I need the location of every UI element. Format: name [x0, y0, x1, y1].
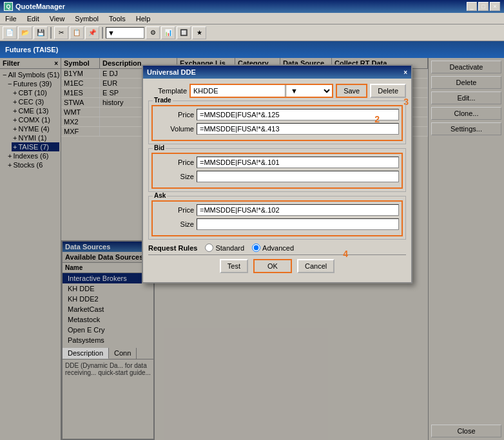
radio-advanced[interactable]: Advanced [252, 244, 294, 252]
toolbar: 📄 📂 💾 ✂ 📋 📌 ▼ ⚙ 📊 🔲 ★ [0, 24, 504, 41]
toolbar-dropdown[interactable]: ▼ [106, 27, 144, 39]
radio-standard-input[interactable] [205, 244, 213, 252]
app-icon: Q [4, 2, 13, 11]
cancel-button[interactable]: Cancel [297, 259, 334, 273]
bottom-buttons: 4 Test OK Cancel [148, 254, 406, 277]
radio-standard-label: Standard [215, 244, 244, 252]
bid-size-label: Size [155, 173, 194, 180]
toolbar-sep2 [102, 27, 103, 39]
ask-orange-box: Price Size [151, 200, 403, 236]
save-button[interactable]: Save [336, 84, 367, 98]
close-button[interactable]: × [490, 2, 500, 11]
bid-label: Bid [153, 144, 166, 151]
menu-file[interactable]: File [3, 14, 19, 23]
menu-edit[interactable]: Edit [24, 14, 42, 23]
app-title: QuoteManager [15, 3, 65, 10]
bid-price-label: Price [155, 158, 194, 166]
page-title: Futures (TAISE) [5, 46, 58, 53]
radio-advanced-label: Advanced [262, 244, 294, 252]
toolbar-new[interactable]: 📄 [3, 26, 17, 39]
bid-price-row: Price [155, 157, 399, 168]
delete-button-modal[interactable]: Delete [370, 84, 406, 98]
toolbar-open[interactable]: 📂 [18, 26, 32, 39]
ask-price-row: Price [155, 204, 399, 216]
modal-title-text: Universal DDE [147, 68, 196, 76]
bid-size-input[interactable] [197, 171, 399, 182]
modal-overlay: Universal DDE × Template ▼ Save Delete [0, 58, 504, 440]
toolbar-settings[interactable]: ⚙ [146, 26, 160, 39]
bid-price-input[interactable] [197, 157, 399, 168]
trade-price-input[interactable] [197, 109, 399, 120]
ask-price-label: Price [155, 206, 194, 214]
toolbar-chart[interactable]: 📊 [161, 26, 175, 39]
ask-price-input[interactable] [197, 204, 399, 216]
trade-volume-label: Volume [155, 125, 194, 133]
toolbar-save[interactable]: 💾 [34, 26, 48, 39]
menu-bar: File Edit View Symbol Tools Help [0, 13, 504, 24]
template-row: Template ▼ Save Delete [148, 84, 406, 98]
badge-2: 2 [374, 114, 380, 124]
toolbar-cut[interactable]: ✂ [54, 26, 68, 39]
radio-group: Standard Advanced [205, 244, 294, 252]
toolbar-paste[interactable]: 📌 [85, 26, 99, 39]
radio-standard[interactable]: Standard [205, 244, 244, 252]
maximize-button[interactable]: □ [478, 2, 489, 11]
modal-body: Template ▼ Save Delete 3 Trad [143, 79, 411, 282]
badge-4: 4 [343, 249, 348, 259]
toolbar-copy[interactable]: 📋 [70, 26, 84, 39]
ok-button[interactable]: OK [253, 259, 292, 273]
radio-advanced-input[interactable] [252, 244, 260, 252]
trade-price-row: Price [155, 109, 399, 120]
trade-label: Trade [153, 97, 173, 104]
trade-orange-box: Price Volume [151, 105, 403, 141]
bid-section: Bid Price Size [148, 148, 406, 192]
trade-volume-row: Volume [155, 123, 399, 135]
ask-size-label: Size [155, 220, 194, 228]
page-title-bar: Futures (TAISE) [0, 41, 504, 58]
toolbar-sep1 [50, 27, 52, 39]
menu-help[interactable]: Help [133, 14, 153, 23]
toolbar-data[interactable]: 🔲 [177, 26, 191, 39]
template-input[interactable] [191, 85, 286, 97]
template-dropdown[interactable]: ▼ [287, 85, 332, 97]
ask-size-input[interactable] [197, 218, 399, 230]
ask-section: Ask Price Size [148, 196, 406, 240]
bid-size-row: Size [155, 171, 399, 182]
modal-title-bar: Universal DDE × [143, 66, 411, 79]
test-button[interactable]: Test [220, 259, 248, 273]
ask-label: Ask [153, 192, 167, 199]
modal-universal-dde: Universal DDE × Template ▼ Save Delete [142, 64, 412, 283]
ask-size-row: Size [155, 218, 399, 230]
trade-volume-input[interactable] [197, 123, 399, 135]
title-bar: Q QuoteManager _ □ × [0, 0, 504, 13]
request-rules-label: Request Rules [148, 244, 197, 252]
menu-tools[interactable]: Tools [106, 14, 128, 23]
trade-section: Trade 2 Price Volume [148, 100, 406, 144]
trade-price-label: Price [155, 111, 194, 119]
toolbar-star[interactable]: ★ [192, 26, 206, 39]
menu-view[interactable]: View [47, 14, 68, 23]
bid-orange-box: Price Size [151, 153, 403, 189]
modal-close-icon[interactable]: × [403, 69, 407, 76]
request-rules-row: Request Rules Standard Advanced [148, 244, 406, 252]
template-label: Template [148, 87, 187, 95]
minimize-button[interactable]: _ [467, 2, 477, 11]
menu-symbol[interactable]: Symbol [72, 14, 101, 23]
main-content: Filter × − All Symbols (51) − Futures (3… [0, 58, 504, 440]
